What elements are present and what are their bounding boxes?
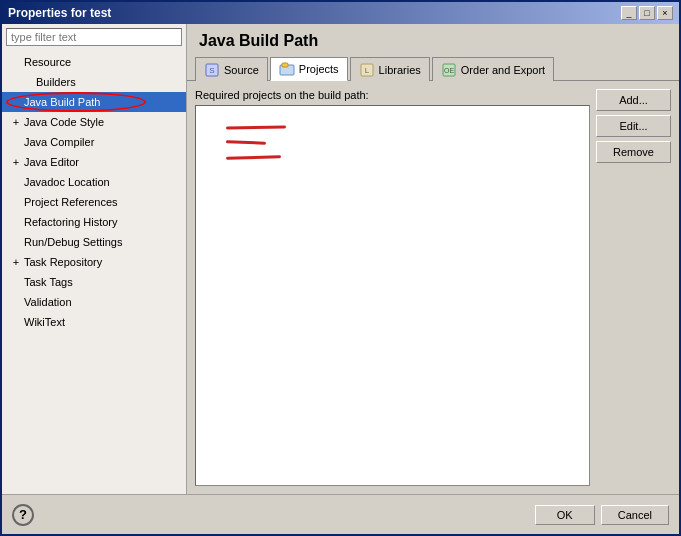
projects-icon <box>279 61 295 77</box>
sidebar-item-wikitext[interactable]: WikiText <box>2 312 186 332</box>
sidebar-item-java-editor[interactable]: + Java Editor <box>2 152 186 172</box>
main-content: Resource Builders Java Build Path + <box>2 24 679 494</box>
expand-icon <box>10 96 22 108</box>
close-button[interactable]: × <box>657 6 673 20</box>
tree-container: Resource Builders Java Build Path + <box>2 50 186 494</box>
remove-button[interactable]: Remove <box>596 141 671 163</box>
expand-icon <box>10 296 22 308</box>
sidebar-item-label: Refactoring History <box>24 213 118 231</box>
cancel-button[interactable]: Cancel <box>601 505 669 525</box>
sidebar-item-label: Builders <box>36 73 76 91</box>
tab-libraries-label: Libraries <box>379 64 421 76</box>
sidebar-item-builders[interactable]: Builders <box>2 72 186 92</box>
right-panel: Java Build Path S Source <box>187 24 679 494</box>
sidebar-item-project-references[interactable]: Project References <box>2 192 186 212</box>
sidebar-item-label: Java Compiler <box>24 133 94 151</box>
tab-projects-label: Projects <box>299 63 339 75</box>
minimize-button[interactable]: _ <box>621 6 637 20</box>
content-area: Required projects on the build path: Add… <box>187 81 679 494</box>
libraries-icon: L <box>359 62 375 78</box>
sidebar-item-task-tags[interactable]: Task Tags <box>2 272 186 292</box>
help-button[interactable]: ? <box>12 504 34 526</box>
expand-icon: + <box>10 256 22 268</box>
sidebar-item-label: Run/Debug Settings <box>24 233 122 251</box>
add-button[interactable]: Add... <box>596 89 671 111</box>
sidebar-item-java-compiler[interactable]: Java Compiler <box>2 132 186 152</box>
expand-icon <box>10 216 22 228</box>
expand-icon <box>10 56 22 68</box>
title-bar-buttons: _ □ × <box>621 6 673 20</box>
maximize-button[interactable]: □ <box>639 6 655 20</box>
tab-order-export[interactable]: OE Order and Export <box>432 57 554 81</box>
tab-libraries[interactable]: L Libraries <box>350 57 430 81</box>
expand-icon <box>10 316 22 328</box>
expand-icon <box>10 176 22 188</box>
sidebar-item-label: Project References <box>24 193 118 211</box>
order-export-icon: OE <box>441 62 457 78</box>
window-title: Properties for test <box>8 6 111 20</box>
window-body: Resource Builders Java Build Path + <box>2 24 679 534</box>
sidebar-item-label: Task Tags <box>24 273 73 291</box>
svg-text:L: L <box>364 66 369 75</box>
sidebar-item-validation[interactable]: Validation <box>2 292 186 312</box>
sidebar-item-task-repository[interactable]: + Task Repository <box>2 252 186 272</box>
expand-icon <box>10 236 22 248</box>
sidebar-item-label: Java Code Style <box>24 113 104 131</box>
sidebar-item-run-debug-settings[interactable]: Run/Debug Settings <box>2 232 186 252</box>
expand-icon: + <box>10 116 22 128</box>
sidebar-item-resource[interactable]: Resource <box>2 52 186 72</box>
buttons-panel: Add... Edit... Remove <box>596 89 671 486</box>
sidebar-item-label: Java Editor <box>24 153 79 171</box>
sidebar: Resource Builders Java Build Path + <box>2 24 187 494</box>
title-bar: Properties for test _ □ × <box>2 2 679 24</box>
sidebar-item-java-build-path[interactable]: Java Build Path <box>2 92 186 112</box>
sidebar-item-label: Resource <box>24 53 71 71</box>
bottom-bar: ? OK Cancel <box>2 494 679 534</box>
sidebar-item-label: Javadoc Location <box>24 173 110 191</box>
tab-source-label: Source <box>224 64 259 76</box>
tab-order-export-label: Order and Export <box>461 64 545 76</box>
sidebar-item-label: WikiText <box>24 313 65 331</box>
ok-button[interactable]: OK <box>535 505 595 525</box>
sidebar-item-refactoring-history[interactable]: Refactoring History <box>2 212 186 232</box>
sidebar-item-label: Java Build Path <box>24 93 100 111</box>
bottom-buttons: OK Cancel <box>535 505 669 525</box>
sidebar-item-java-code-style[interactable]: + Java Code Style <box>2 112 186 132</box>
sidebar-item-label: Task Repository <box>24 253 102 271</box>
sidebar-item-javadoc-location[interactable]: Javadoc Location <box>2 172 186 192</box>
expand-icon <box>10 276 22 288</box>
panel-title: Java Build Path <box>187 24 679 56</box>
projects-panel: Required projects on the build path: <box>195 89 590 486</box>
expand-icon: + <box>10 156 22 168</box>
tab-projects[interactable]: Projects <box>270 57 348 81</box>
expand-icon <box>10 136 22 148</box>
tab-source[interactable]: S Source <box>195 57 268 81</box>
edit-button[interactable]: Edit... <box>596 115 671 137</box>
source-icon: S <box>204 62 220 78</box>
tabs-container: S Source Projects <box>187 56 679 81</box>
annotation-scribble <box>226 126 286 171</box>
svg-text:S: S <box>209 66 214 75</box>
required-label: Required projects on the build path: <box>195 89 590 101</box>
expand-icon <box>10 196 22 208</box>
projects-list[interactable] <box>195 105 590 486</box>
expand-icon <box>22 76 34 88</box>
filter-input[interactable] <box>6 28 182 46</box>
svg-rect-3 <box>282 63 288 67</box>
svg-text:OE: OE <box>444 67 454 74</box>
main-window: Properties for test _ □ × Resource Build… <box>0 0 681 536</box>
sidebar-item-label: Validation <box>24 293 72 311</box>
